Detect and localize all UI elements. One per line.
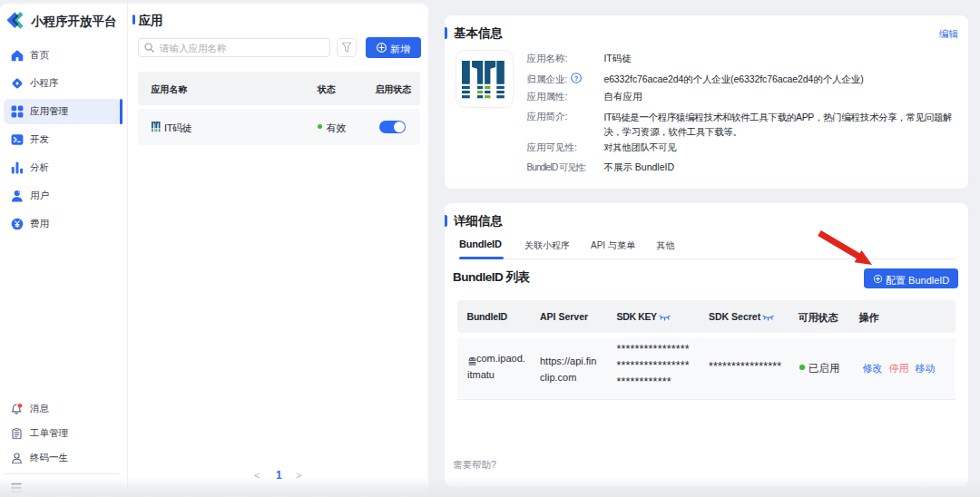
svg-text:?: ?: [574, 74, 579, 83]
